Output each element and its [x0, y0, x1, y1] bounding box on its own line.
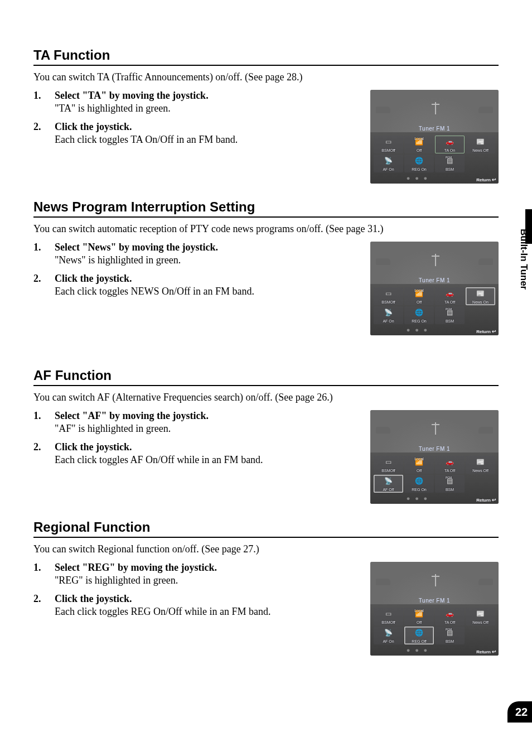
- step-item: Click the joystick. Each click toggles N…: [33, 273, 359, 297]
- return-label: Return: [476, 649, 496, 654]
- section-heading: News Program Interruption Setting: [33, 199, 499, 218]
- tile-reg: 🌐 REG Off: [404, 627, 434, 644]
- tile-empty: [466, 475, 495, 493]
- step-list: Select "AF" by moving the joystick. "AF"…: [33, 410, 359, 466]
- step-description: "REG" is highlighted in green.: [55, 575, 359, 586]
- tile-af: 📡 AF On: [374, 306, 403, 324]
- side-tab-label: Built-In Tuner: [518, 229, 529, 290]
- radio-icon: ▭: [385, 136, 391, 148]
- section-intro: You can switch AF (Alternative Frequenci…: [33, 392, 499, 403]
- tile-empty: [466, 155, 495, 172]
- step-title: Click the joystick.: [55, 273, 359, 285]
- news-icon: 📰: [476, 456, 485, 469]
- tile-ta: 🚗 TA Off: [435, 456, 465, 474]
- tuner-mode-label: Tuner FM 1: [370, 277, 499, 283]
- step-item: Click the joystick. Each click toggles T…: [33, 121, 359, 146]
- step-list: Select "News" by moving the joystick. "N…: [33, 242, 359, 297]
- globe-icon: 🌐: [415, 475, 423, 488]
- section: TA Function You can switch TA (Traffic A…: [33, 47, 499, 184]
- tile-news: 📰 News Off: [466, 456, 495, 474]
- globe-icon: 🌐: [415, 627, 423, 639]
- tile-bsm: ▤ BSM: [435, 627, 465, 644]
- tile-local: Local 📶 Off: [404, 287, 434, 305]
- step-description: "AF" is highlighted in green.: [55, 423, 359, 435]
- antenna-icon: 📡: [384, 306, 393, 319]
- step-list: Select "TA" by moving the joystick. "TA"…: [33, 90, 359, 146]
- news-icon: 📰: [476, 287, 485, 300]
- tile-ta: 🚗 TA Off: [435, 608, 465, 625]
- tile-news: 📰 News Off: [466, 136, 495, 153]
- step-description: "News" is highlighted in green.: [55, 254, 359, 266]
- section-intro: You can switch Regional function on/off.…: [33, 543, 499, 555]
- tile-bsm-off: ▭ BSMOff: [374, 608, 403, 625]
- tile-af: 📡 AF On: [374, 155, 403, 172]
- tile-bsm: ▤ BSM: [435, 155, 465, 172]
- return-label: Return: [476, 177, 496, 182]
- car-icon: 🚗: [446, 608, 454, 620]
- step-description: Each click toggles NEWS On/Off in an FM …: [55, 286, 359, 297]
- tile-local: Local 📶 Off: [404, 456, 434, 474]
- tile-bsm-off: ▭ BSMOff: [374, 287, 403, 305]
- step-list: Select "REG" by moving the joystick. "RE…: [33, 562, 359, 618]
- section: AF Function You can switch AF (Alternati…: [33, 368, 499, 504]
- step-item: Select "News" by moving the joystick. "N…: [33, 242, 359, 266]
- section-heading: AF Function: [33, 368, 499, 386]
- car-icon: 🚗: [446, 456, 454, 469]
- step-item: Click the joystick. Each click toggles A…: [33, 441, 359, 466]
- menu-screenshot: Tuner FM 1 ▭ BSMOff Local 📶 Off 🚗 TA On …: [370, 90, 499, 184]
- step-title: Select "REG" by moving the joystick.: [55, 562, 359, 574]
- antenna-icon: 📡: [384, 155, 393, 167]
- tile-reg: 🌐 REG On: [404, 306, 434, 324]
- antenna-icon: 📡: [384, 627, 393, 639]
- step-description: Each click toggles TA On/Off in an FM ba…: [55, 134, 359, 146]
- step-title: Select "News" by moving the joystick.: [55, 242, 359, 253]
- step-description: Each click toggles AF On/Off while in an…: [55, 454, 359, 466]
- section: News Program Interruption Setting You ca…: [33, 199, 499, 335]
- tile-reg: 🌐 REG On: [404, 155, 434, 172]
- step-title: Select "AF" by moving the joystick.: [55, 410, 359, 422]
- antenna-icon: 📡: [384, 475, 393, 488]
- menu-screenshot: Tuner FM 1 ▭ BSMOff Local 📶 Off 🚗 TA Off…: [370, 410, 499, 504]
- tile-af: 📡 AF On: [374, 627, 403, 644]
- car-icon: 🚗: [446, 287, 454, 300]
- step-description: "TA" is highlighted in green.: [55, 103, 359, 114]
- tile-empty: [466, 627, 495, 644]
- page-number: 22: [515, 706, 528, 719]
- radio-icon: ▭: [385, 287, 391, 300]
- tile-local: Local 📶 Off: [404, 608, 434, 625]
- section-heading: Regional Function: [33, 519, 499, 538]
- car-icon: 🚗: [446, 136, 454, 148]
- news-icon: 📰: [476, 608, 485, 620]
- step-title: Select "TA" by moving the joystick.: [55, 90, 359, 102]
- tuner-mode-label: Tuner FM 1: [370, 126, 499, 132]
- tile-bsm: ▤ BSM: [435, 475, 465, 493]
- step-title: Click the joystick.: [55, 121, 359, 133]
- section-heading: TA Function: [33, 47, 499, 66]
- tile-bsm: ▤ BSM: [435, 306, 465, 324]
- radio-icon: ▭: [385, 608, 391, 620]
- section: Regional Function You can switch Regiona…: [33, 519, 499, 656]
- tile-news: 📰 News Off: [466, 608, 495, 625]
- tile-bsm-off: ▭ BSMOff: [374, 136, 403, 153]
- side-tab: Built-In Tuner: [515, 212, 532, 307]
- section-intro: You can switch automatic reception of PT…: [33, 223, 499, 235]
- tuner-mode-label: Tuner FM 1: [370, 598, 499, 604]
- step-title: Click the joystick.: [55, 441, 359, 453]
- tile-ta: 🚗 TA On: [435, 136, 465, 153]
- tile-bsm-off: ▭ BSMOff: [374, 456, 403, 474]
- news-icon: 📰: [476, 136, 485, 148]
- globe-icon: 🌐: [415, 306, 423, 319]
- globe-icon: 🌐: [415, 155, 423, 167]
- tile-ta: 🚗 TA Off: [435, 287, 465, 305]
- step-title: Click the joystick.: [55, 593, 359, 605]
- step-item: Select "TA" by moving the joystick. "TA"…: [33, 90, 359, 114]
- tile-news: 📰 News On: [466, 287, 495, 305]
- tile-af: 📡 AF Off: [374, 475, 403, 493]
- tile-reg: 🌐 REG On: [404, 475, 434, 493]
- step-description: Each click toggles REG On/Off while in a…: [55, 606, 359, 618]
- radio-icon: ▭: [385, 456, 391, 469]
- menu-screenshot: Tuner FM 1 ▭ BSMOff Local 📶 Off 🚗 TA Off…: [370, 562, 499, 656]
- tuner-mode-label: Tuner FM 1: [370, 446, 499, 452]
- step-item: Select "REG" by moving the joystick. "RE…: [33, 562, 359, 586]
- tile-local: Local 📶 Off: [404, 136, 434, 153]
